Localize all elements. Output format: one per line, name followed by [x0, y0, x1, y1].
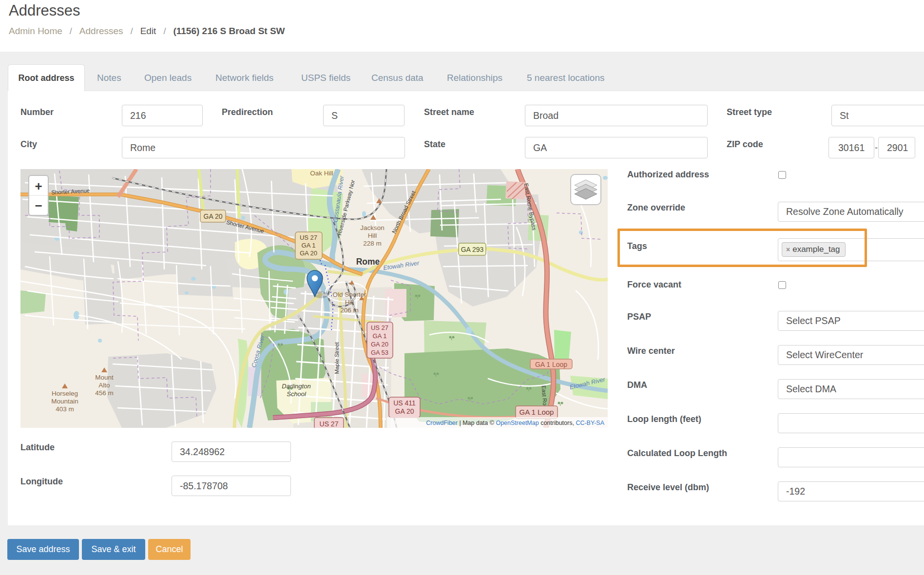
svg-text:Old Shorter: Old Shorter	[332, 291, 366, 298]
svg-text:Mountain: Mountain	[51, 398, 78, 405]
svg-text:US 411: US 411	[393, 399, 416, 407]
svg-text:Oak Hill: Oak Hill	[310, 170, 333, 177]
svg-text:+: +	[35, 179, 42, 193]
svg-text:GA 293: GA 293	[461, 246, 484, 253]
svg-text:US 27: US 27	[371, 324, 388, 331]
svg-text:US 27: US 27	[320, 420, 339, 428]
svg-text:456 m: 456 m	[95, 389, 114, 397]
svg-text:Hill: Hill	[368, 232, 377, 239]
svg-text:403 m: 403 m	[56, 405, 74, 413]
svg-text:Maple Street: Maple Street	[334, 342, 340, 374]
svg-text:228 m: 228 m	[363, 240, 382, 247]
svg-text:GA 1: GA 1	[373, 332, 387, 340]
svg-text:School: School	[287, 390, 307, 398]
svg-text:Darlington: Darlington	[282, 383, 310, 390]
svg-text:206 m: 206 m	[340, 307, 359, 314]
svg-text:GA 1 Loop: GA 1 Loop	[535, 361, 567, 368]
svg-text:GA 53: GA 53	[371, 349, 388, 356]
svg-text:GA 20: GA 20	[300, 249, 317, 257]
svg-text:GA 20: GA 20	[395, 407, 414, 415]
svg-text:−: −	[35, 198, 42, 213]
svg-text:Alto: Alto	[98, 382, 110, 389]
svg-text:Hill: Hill	[345, 299, 354, 306]
svg-text:Mount: Mount	[95, 374, 114, 381]
svg-text:Horseleg: Horseleg	[52, 390, 78, 397]
svg-text:GA 20: GA 20	[371, 341, 388, 348]
svg-text:GA 1: GA 1	[302, 242, 316, 249]
svg-text:US 27: US 27	[300, 234, 317, 241]
svg-text:Jackson: Jackson	[360, 224, 385, 231]
svg-text:Rome: Rome	[356, 257, 380, 267]
svg-text:CrowdFiber | Map data © OpenSt: CrowdFiber | Map data © OpenStreetMap co…	[426, 420, 604, 426]
svg-text:GA 1 Loop: GA 1 Loop	[520, 408, 554, 416]
svg-text:GA 20: GA 20	[204, 212, 223, 220]
